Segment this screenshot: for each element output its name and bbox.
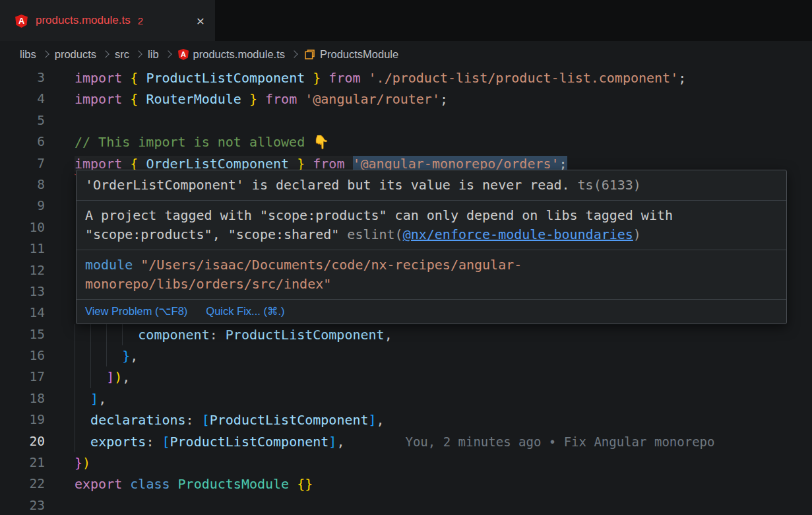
breadcrumb-item-lib[interactable]: lib: [148, 48, 159, 61]
line-number[interactable]: 19: [0, 409, 45, 430]
line-number[interactable]: 3: [0, 67, 45, 88]
code-token: ]: [106, 369, 114, 385]
hover-text: "/Users/isaac/Documents/code/nx-recipes/…: [133, 257, 522, 273]
breadcrumb-item-libs[interactable]: libs: [20, 48, 36, 61]
code-token: {}: [297, 476, 313, 492]
code-token: {: [130, 156, 138, 172]
code-token: ;: [678, 70, 686, 86]
code-token: OrderListComponent: [146, 156, 289, 172]
line-number[interactable]: 23: [0, 495, 45, 515]
line-number[interactable]: 6: [0, 131, 45, 153]
code-token: [241, 91, 249, 107]
code-token: }: [249, 91, 257, 107]
hover-section-3: module "/Users/isaac/Documents/code/nx-r…: [77, 250, 786, 300]
code-token: exports: [90, 434, 146, 450]
code-content[interactable]: ],: [75, 388, 106, 409]
line-number[interactable]: 13: [0, 281, 45, 302]
code-line-4: 4import { RouterModule } from '@angular/…: [0, 88, 812, 110]
editor: 3import { ProductListComponent } from '.…: [0, 67, 812, 515]
code-token: [344, 156, 352, 172]
line-number[interactable]: 12: [0, 260, 45, 281]
line-number[interactable]: 21: [0, 452, 45, 473]
code-token: ;: [559, 156, 567, 172]
code-token: [361, 70, 369, 86]
code-line-19: 19 declarations: [ProductListComponent],: [0, 409, 812, 430]
line-number[interactable]: 11: [0, 238, 45, 259]
hover-text: module: [85, 257, 133, 273]
code-content[interactable]: },: [75, 345, 138, 366]
eslint-rule-link[interactable]: @nx/enforce-module-boundaries: [403, 226, 633, 242]
line-number[interactable]: 5: [0, 110, 45, 131]
code-token: declarations: [90, 412, 186, 428]
hover-widget: 'OrderListComponent' is declared but its…: [76, 170, 787, 324]
code-content[interactable]: export class ProductsModule {}: [75, 473, 313, 495]
code-token: [194, 412, 202, 428]
code-content[interactable]: import { RouterModule } from '@angular/r…: [75, 88, 448, 110]
line-number[interactable]: 10: [0, 217, 45, 238]
hover-text: "scope:products", "scope:shared": [85, 226, 347, 242]
line-number[interactable]: 22: [0, 473, 45, 495]
symbol-class-icon: [303, 48, 316, 61]
code-content[interactable]: declarations: [ProductListComponent],: [75, 409, 385, 430]
code-token: [75, 391, 90, 407]
breadcrumb-item-src[interactable]: src: [115, 48, 129, 61]
svg-text:A: A: [18, 17, 24, 26]
line-number[interactable]: 18: [0, 388, 45, 409]
code-token: [138, 91, 146, 107]
code-content[interactable]: exports: [ProductListComponent],You, 2 m…: [75, 431, 714, 452]
code-line-3: 3import { ProductListComponent } from '.…: [0, 67, 812, 88]
code-token: [75, 434, 90, 450]
code-token: ProductsModule: [178, 476, 290, 492]
chevron-right-icon: [102, 50, 109, 57]
hover-section-2: A project tagged with "scope:products" c…: [77, 201, 786, 250]
tab-close-icon[interactable]: ×: [197, 14, 204, 28]
line-number[interactable]: 8: [0, 174, 45, 195]
line-number[interactable]: 14: [0, 302, 45, 324]
code-content[interactable]: // This import is not allowed 👇: [75, 131, 329, 153]
code-token: [138, 156, 146, 172]
chevron-right-icon: [135, 50, 142, 57]
svg-text:A: A: [181, 50, 186, 58]
view-problem-action[interactable]: View Problem (⌥F8): [85, 305, 187, 318]
breadcrumb-label: src: [115, 48, 129, 61]
code-line-5: 5: [0, 110, 812, 131]
code-content[interactable]: }): [75, 452, 90, 473]
code-token: import: [75, 70, 122, 86]
code-line-6: 6// This import is not allowed 👇: [0, 131, 812, 153]
hover-text: monorepo/libs/orders/src/index": [85, 276, 331, 292]
code-token: [218, 327, 226, 343]
code-token: [: [202, 412, 210, 428]
breadcrumb-item-products[interactable]: products: [55, 48, 96, 61]
hover-text: ts(6133): [570, 177, 641, 193]
breadcrumb-item-symbol-productsmodule[interactable]: ProductsModule: [303, 48, 398, 61]
code-token: RouterModule: [146, 91, 241, 107]
code-token: }: [75, 455, 82, 471]
code-content[interactable]: component: ProductListComponent,: [75, 324, 392, 345]
hover-line: A project tagged with "scope:products" c…: [85, 206, 778, 225]
code-content[interactable]: import { ProductListComponent } from './…: [75, 67, 686, 88]
code-line-22: 22export class ProductsModule {}: [0, 473, 812, 495]
code-content[interactable]: ]),: [75, 366, 130, 388]
code-token: from: [313, 156, 344, 172]
code-token: // This import is not allowed 👇: [75, 134, 329, 150]
line-number[interactable]: 9: [0, 195, 45, 217]
line-number[interactable]: 20: [0, 431, 45, 452]
code-token: [122, 156, 130, 172]
tab-products-module[interactable]: A products.module.ts 2 ×: [0, 0, 215, 41]
line-number[interactable]: 17: [0, 366, 45, 388]
line-number[interactable]: 4: [0, 88, 45, 110]
error-squiggle: import { OrderListComponent } from '@ang…: [75, 156, 567, 172]
indent-guide: [75, 324, 75, 345]
indent-guide: [90, 324, 91, 345]
code-token: import: [75, 91, 122, 107]
code-token: [122, 70, 130, 86]
breadcrumb-item-file[interactable]: A products.module.ts: [177, 48, 285, 61]
quick-fix-action[interactable]: Quick Fix... (⌘.): [206, 305, 284, 318]
line-number[interactable]: 16: [0, 345, 45, 366]
code-token: [122, 91, 130, 107]
line-number[interactable]: 7: [0, 153, 45, 174]
hover-line: module "/Users/isaac/Documents/code/nx-r…: [85, 256, 778, 275]
code-token: [75, 348, 122, 364]
tab-problem-count-badge: 2: [138, 15, 143, 26]
line-number[interactable]: 15: [0, 324, 45, 345]
